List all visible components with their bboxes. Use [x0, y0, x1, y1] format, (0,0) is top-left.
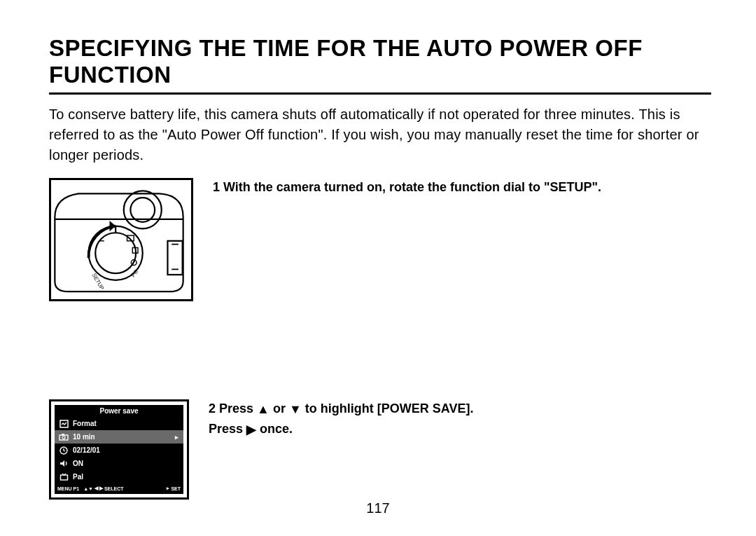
format-icon	[57, 420, 70, 428]
svg-text:SETUP: SETUP	[91, 273, 106, 291]
step-2-press2: Press	[209, 422, 243, 436]
intro-paragraph: To conserve battery life, this camera sh…	[49, 104, 711, 165]
lcd-label: Format	[70, 420, 172, 427]
lcd-label: 10 min	[70, 433, 172, 441]
step-2: Power save Format 10 min ▸	[49, 399, 711, 500]
lcd-footer-set: SET	[171, 486, 181, 491]
lcd-footer-select-group: ▲▼ ◀ ▶ SELECT	[83, 486, 123, 491]
lcd-footer-menu: MENU P1	[57, 486, 79, 491]
camera-icon	[57, 433, 70, 441]
right-arrow-icon: ▸	[172, 434, 181, 441]
page-number: 117	[0, 500, 756, 516]
step-2-press1: Press	[219, 401, 253, 415]
step-1-text: 1 With the camera turned on, rotate the …	[213, 178, 601, 198]
lcd-row-sound: ON	[55, 457, 183, 470]
figure-lcd-menu: Power save Format 10 min ▸	[49, 399, 189, 500]
svg-rect-16	[60, 475, 67, 480]
svg-rect-13	[62, 434, 64, 436]
figure-camera-dial: SETUP PC	[49, 178, 193, 301]
step-2-text: 2 Press ▲ or ▼ to highlight [POWER SAVE]…	[209, 399, 473, 440]
step-2-highlight: to highlight [POWER SAVE].	[305, 401, 474, 415]
lcd-footer: MENU P1 ▲▼ ◀ ▶ SELECT ▸ SET	[55, 483, 183, 494]
camera-line-art: SETUP PC	[51, 180, 187, 295]
tv-icon	[57, 473, 70, 481]
lcd-label: Pal	[70, 473, 172, 481]
step-1-number: 1	[213, 180, 220, 194]
triangle-right-icon: ▶	[246, 420, 256, 440]
lcd-row-date: 02/12/01	[55, 444, 183, 457]
clock-icon	[57, 446, 70, 455]
step-2-or: or	[273, 401, 286, 415]
lcd-row-powersave: 10 min ▸	[55, 430, 183, 444]
svg-point-1	[130, 198, 155, 222]
lcd-footer-set-group: ▸ SET	[167, 486, 181, 491]
left-right-icon: ◀ ▶	[94, 486, 103, 491]
step-1-body: With the camera turned on, rotate the fu…	[223, 180, 601, 194]
lcd-row-format: Format	[55, 417, 183, 430]
svg-text:PC: PC	[130, 268, 139, 278]
svg-marker-7	[109, 221, 115, 231]
svg-point-3	[95, 233, 136, 273]
speaker-icon	[57, 460, 70, 467]
step-1: SETUP PC 1 With the camera turned on, ro…	[49, 178, 711, 301]
right-small-icon: ▸	[167, 486, 169, 491]
triangle-down-icon: ▼	[289, 400, 302, 420]
lcd-label: ON	[70, 460, 172, 467]
lcd-footer-select: SELECT	[104, 486, 124, 491]
up-down-icon: ▲▼	[83, 486, 93, 491]
lcd-row-video: Pal	[55, 470, 183, 483]
lcd-header: Power save	[55, 405, 183, 417]
step-2-number: 2	[209, 401, 216, 415]
svg-point-14	[62, 437, 65, 439]
step-2-once: once.	[260, 422, 293, 436]
page-title: SPECIFYING THE TIME FOR THE AUTO POWER O…	[49, 35, 711, 95]
svg-point-0	[124, 191, 162, 228]
triangle-up-icon: ▲	[257, 400, 270, 420]
lcd-label: 02/12/01	[70, 446, 172, 454]
